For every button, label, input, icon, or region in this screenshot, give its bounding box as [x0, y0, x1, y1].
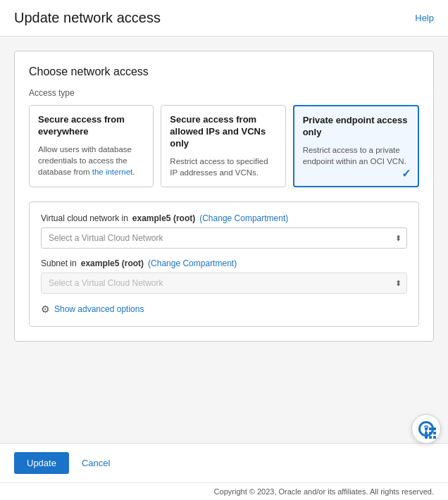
- card-title: Choose network access: [29, 65, 419, 78]
- access-card-desc-3: Restrict access to a private endpoint wi…: [303, 144, 409, 167]
- cancel-button[interactable]: Cancel: [76, 452, 116, 474]
- choose-network-card: Choose network access Access type Secure…: [14, 51, 434, 342]
- help-fab-button[interactable]: ?: [411, 414, 441, 444]
- vcn-field-group: Virtual cloud network in example5 (root)…: [41, 213, 407, 249]
- access-type-label: Access type: [29, 88, 419, 98]
- fab-dots-icon: [425, 427, 436, 439]
- main-content: Choose network access Access type Secure…: [0, 37, 448, 443]
- advanced-options-row: ⚙ Show advanced options: [41, 304, 407, 315]
- footer: Update Cancel: [0, 443, 448, 482]
- access-card-private-endpoint[interactable]: Private endpoint access only Restrict ac…: [293, 105, 419, 187]
- access-card-desc-2: Restrict access to specified IP addresse…: [170, 156, 276, 178]
- copyright-text: Copyright © 2023, Oracle and/or its affi…: [214, 487, 434, 496]
- vcn-select-wrapper: Select a Virtual Cloud Network ⬍: [41, 227, 407, 249]
- internet-link[interactable]: the internet: [92, 168, 133, 176]
- subnet-select-wrapper: Select a Virtual Cloud Network ⬍: [41, 273, 407, 294]
- subnet-select[interactable]: Select a Virtual Cloud Network: [41, 273, 407, 294]
- access-type-row: Secure access from everywhere Allow user…: [29, 105, 419, 187]
- access-card-title-1: Secure access from everywhere: [38, 114, 144, 138]
- update-button[interactable]: Update: [14, 452, 69, 474]
- vcn-field-label: Virtual cloud network in example5 (root)…: [41, 213, 407, 223]
- show-advanced-options-link[interactable]: Show advanced options: [54, 304, 144, 314]
- vcn-label-prefix: Virtual cloud network in: [41, 213, 128, 223]
- selected-checkmark: ✓: [402, 167, 411, 180]
- sliders-icon: ⚙: [41, 304, 50, 315]
- page-title: Update network access: [14, 10, 161, 26]
- subnet-compartment: example5 (root): [81, 258, 144, 268]
- vcn-section: Virtual cloud network in example5 (root)…: [29, 201, 419, 327]
- subnet-field-label: Subnet in example5 (root) (Change Compar…: [41, 258, 407, 268]
- vcn-select[interactable]: Select a Virtual Cloud Network: [41, 227, 407, 249]
- subnet-label-prefix: Subnet in: [41, 258, 77, 268]
- subnet-field-group: Subnet in example5 (root) (Change Compar…: [41, 258, 407, 294]
- access-card-desc-1: Allow users with database credentials to…: [38, 144, 144, 177]
- access-card-allowed-ips[interactable]: Secure access from allowed IPs and VCNs …: [161, 105, 285, 187]
- access-card-secure-everywhere[interactable]: Secure access from everywhere Allow user…: [29, 105, 154, 187]
- vcn-compartment: example5 (root): [132, 213, 195, 223]
- help-link[interactable]: Help: [415, 13, 434, 23]
- access-card-title-2: Secure access from allowed IPs and VCNs …: [170, 114, 276, 150]
- page-header: Update network access Help: [0, 0, 448, 37]
- access-card-title-3: Private endpoint access only: [303, 115, 409, 139]
- copyright-bar: Copyright © 2023, Oracle and/or its affi…: [0, 482, 448, 500]
- subnet-change-compartment-link[interactable]: (Change Compartment): [148, 258, 237, 268]
- vcn-change-compartment-link[interactable]: (Change Compartment): [199, 213, 288, 223]
